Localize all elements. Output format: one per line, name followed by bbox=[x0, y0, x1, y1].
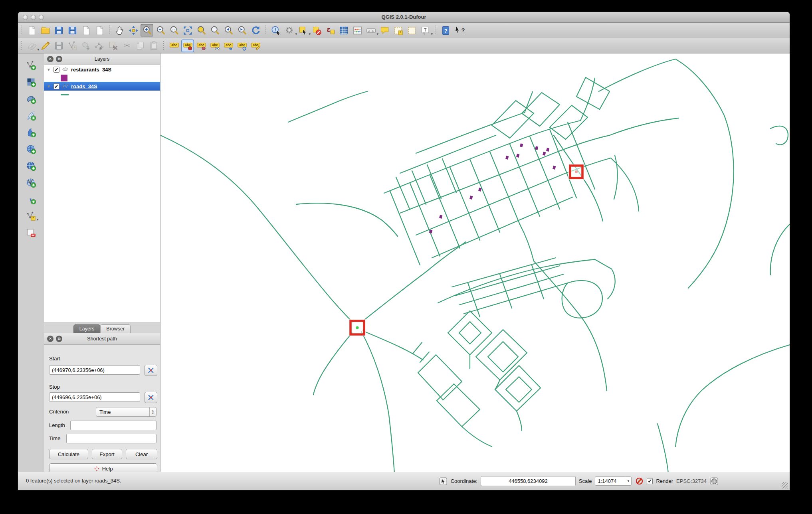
delete-selected-icon[interactable] bbox=[107, 40, 119, 52]
start-input[interactable] bbox=[49, 365, 140, 375]
add-vector-layer-icon[interactable] bbox=[25, 59, 38, 71]
line-layer-icon bbox=[62, 83, 69, 89]
add-feature-icon[interactable]: * bbox=[66, 40, 79, 52]
svg-text:abc: abc bbox=[212, 43, 218, 47]
render-checkbox[interactable]: ✓ bbox=[647, 478, 653, 484]
new-shapefile-layer-icon[interactable]: *▾ bbox=[25, 210, 38, 222]
whats-this-icon[interactable]: ? bbox=[453, 24, 465, 37]
label-rotate-icon[interactable]: abc bbox=[236, 40, 248, 52]
crosshair-icon bbox=[147, 394, 154, 401]
select-features-icon[interactable]: ▾ bbox=[297, 24, 309, 37]
tab-layers[interactable]: Layers bbox=[73, 324, 101, 333]
add-wcs-layer-icon[interactable] bbox=[25, 159, 38, 172]
whats-this-icon-glyph: ? bbox=[454, 25, 465, 36]
field-calculator-icon[interactable] bbox=[351, 24, 364, 37]
zoom-native-icon[interactable]: 1:1 bbox=[168, 24, 180, 37]
remove-layer-icon[interactable] bbox=[25, 226, 38, 239]
capture-start-point-button[interactable] bbox=[145, 365, 157, 376]
measure-icon[interactable]: ▾ bbox=[364, 24, 377, 37]
deselect-features-icon[interactable] bbox=[310, 24, 323, 37]
zoom-full-icon[interactable] bbox=[181, 24, 194, 37]
export-button[interactable]: Export bbox=[92, 449, 122, 459]
copy-features-icon[interactable] bbox=[134, 40, 147, 52]
show-bookmarks-icon-glyph bbox=[406, 25, 417, 36]
add-raster-layer-icon[interactable] bbox=[25, 75, 38, 88]
text-annotation-icon[interactable]: T▾ bbox=[419, 24, 432, 37]
add-wms-layer-icon[interactable] bbox=[25, 142, 38, 155]
layer-checkbox[interactable]: ✓ bbox=[53, 83, 59, 89]
layer-item-roads_34S[interactable]: ▼✓roads_34S bbox=[44, 82, 160, 91]
select-by-expression-icon[interactable]: ε bbox=[324, 24, 337, 37]
help-icon[interactable]: ? bbox=[439, 24, 452, 37]
length-input[interactable] bbox=[70, 421, 156, 430]
add-spatialite-layer-icon[interactable] bbox=[25, 109, 38, 122]
clear-button[interactable]: Clear bbox=[126, 449, 157, 459]
layers-panel-title: Layers bbox=[44, 56, 160, 62]
svg-text:abc: abc bbox=[239, 43, 245, 47]
save-project-icon[interactable] bbox=[52, 24, 65, 37]
zoom-to-selection-icon[interactable] bbox=[195, 24, 208, 37]
layer-item-restaurants_34S[interactable]: ▼✓restaurants_34S bbox=[44, 65, 160, 74]
scale-combo[interactable]: 1:14074 ▼ bbox=[595, 476, 632, 486]
content-area: ,*▾ ✕ ⧉ Layers ▼✓restaurants_34S▼✓roads_… bbox=[18, 53, 790, 473]
pan-map-icon[interactable] bbox=[113, 24, 126, 37]
new-bookmark-icon[interactable]: * bbox=[392, 24, 404, 37]
node-tool-icon[interactable] bbox=[93, 40, 106, 52]
point-layer-icon bbox=[62, 67, 69, 72]
refresh-icon-glyph bbox=[250, 25, 261, 36]
stop-input[interactable] bbox=[49, 392, 140, 402]
new-project-icon[interactable] bbox=[25, 24, 38, 37]
coordinate-input[interactable] bbox=[481, 476, 576, 486]
map-tips-icon[interactable] bbox=[378, 24, 391, 37]
new-composer-icon[interactable] bbox=[79, 24, 92, 37]
composer-manager-icon[interactable] bbox=[93, 24, 106, 37]
label-properties-icon[interactable]: abc bbox=[249, 40, 262, 52]
refresh-icon[interactable] bbox=[249, 24, 262, 37]
capture-stop-point-button[interactable] bbox=[145, 392, 157, 403]
show-bookmarks-icon[interactable] bbox=[405, 24, 418, 37]
save-project-as-icon-glyph bbox=[67, 25, 78, 36]
zoom-last-icon[interactable] bbox=[222, 24, 235, 37]
move-feature-icon[interactable] bbox=[79, 40, 92, 52]
crs-globe-icon[interactable] bbox=[710, 477, 719, 486]
resize-grip[interactable] bbox=[782, 482, 788, 488]
identify-icon[interactable]: i bbox=[269, 24, 282, 37]
add-wcs-layer-icon-glyph bbox=[26, 160, 36, 171]
criterion-select[interactable]: Time ▲▼ bbox=[96, 407, 156, 417]
label-visibility-icon[interactable]: abc bbox=[208, 40, 221, 52]
add-delimited-text-icon[interactable]: , bbox=[25, 193, 38, 206]
zoom-to-layer-icon[interactable] bbox=[208, 24, 221, 37]
attribute-table-icon[interactable] bbox=[337, 24, 350, 37]
labeling-icon[interactable]: abc bbox=[168, 40, 180, 52]
label-hold-icon[interactable]: abc bbox=[195, 40, 208, 52]
remove-layer-icon-glyph bbox=[26, 227, 36, 238]
expand-triangle-icon[interactable]: ▼ bbox=[46, 84, 52, 89]
open-project-icon[interactable] bbox=[39, 24, 51, 37]
add-wfs-layer-icon[interactable] bbox=[25, 176, 38, 189]
tab-browser[interactable]: Browser bbox=[100, 324, 131, 333]
paste-features-icon[interactable] bbox=[147, 40, 160, 52]
add-postgis-layer-icon[interactable] bbox=[25, 92, 38, 105]
cut-features-icon[interactable]: ✂ bbox=[120, 40, 133, 52]
status-right-cluster: Coordinate: Scale 1:14074 ▼ ✓ Render EPS… bbox=[439, 472, 719, 490]
pan-to-selection-icon[interactable] bbox=[127, 24, 140, 37]
layer-checkbox[interactable]: ✓ bbox=[53, 67, 59, 73]
zoom-out-icon[interactable] bbox=[154, 24, 167, 37]
mouse-position-icon[interactable] bbox=[439, 477, 448, 486]
save-project-as-icon[interactable] bbox=[66, 24, 79, 37]
zoom-next-icon[interactable] bbox=[236, 24, 248, 37]
layer-name: roads_34S bbox=[71, 83, 97, 89]
time-input[interactable] bbox=[66, 434, 156, 443]
calculate-button[interactable]: Calculate bbox=[49, 449, 88, 459]
stop-rendering-icon[interactable] bbox=[635, 477, 644, 486]
expand-triangle-icon[interactable]: ▼ bbox=[46, 67, 52, 72]
save-layer-edits-icon[interactable] bbox=[52, 40, 65, 52]
current-edits-icon[interactable]: ▾ bbox=[25, 40, 38, 52]
label-pin-icon[interactable]: abc bbox=[181, 40, 194, 52]
feature-action-icon[interactable]: ▾ bbox=[283, 24, 296, 37]
add-mssql-layer-icon[interactable] bbox=[25, 126, 38, 138]
label-move-icon[interactable]: abc bbox=[222, 40, 235, 52]
zoom-in-icon[interactable] bbox=[141, 24, 153, 37]
map-canvas[interactable] bbox=[160, 53, 790, 473]
toggle-editing-icon[interactable] bbox=[39, 40, 51, 52]
